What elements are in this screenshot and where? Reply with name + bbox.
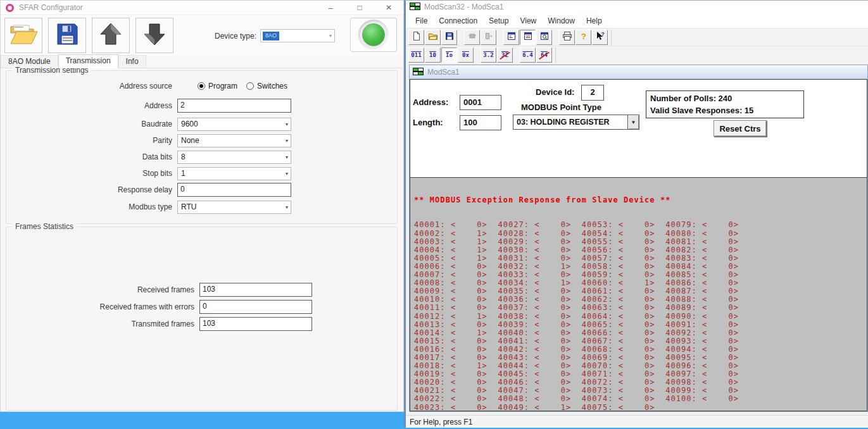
device-type-selected-value: 8AO — [263, 32, 279, 40]
tab-info[interactable]: Info — [118, 55, 146, 68]
stop-bits-label: Stop bits — [6, 169, 172, 178]
register-row: 40023: < 0> 40049: < 1> 40075: < 0> — [414, 404, 867, 411]
close-button[interactable] — [374, 1, 403, 15]
save-file-icon — [444, 31, 455, 44]
format-swapped-float-label: 3Z — [501, 52, 508, 58]
baudrate-dropdown[interactable]: 9600 — [177, 118, 291, 131]
device-type-label: Device type: — [215, 32, 256, 40]
parity-dropdown[interactable]: None — [177, 134, 291, 147]
print-icon — [562, 31, 572, 44]
device-type-dropdown[interactable]: 8AO — [260, 29, 335, 42]
sfar-tab-bar: 8AO Module Transmission Info — [1, 56, 403, 68]
maximize-button[interactable] — [345, 1, 374, 15]
menu-window[interactable]: Window — [542, 16, 581, 25]
open-config-button[interactable] — [4, 18, 42, 53]
device-id-label: Device Id: — [536, 87, 574, 97]
modscan-titlebar: ModScan32 - ModSca1 — [406, 1, 868, 13]
device-id-input[interactable]: 2 — [581, 85, 604, 101]
format-double-label: 6.4 — [522, 52, 532, 58]
reset-ctrs-button[interactable]: Reset Ctrs — [714, 120, 767, 137]
minimize-button[interactable] — [316, 1, 345, 15]
received-frames-errors-value[interactable]: 0 — [199, 300, 312, 314]
valid-slave-responses: Valid Slave Responses: 15 — [650, 104, 800, 116]
print-button[interactable] — [559, 30, 575, 45]
status-bar-text: For Help, press F1 — [410, 418, 472, 426]
format-double-button[interactable]: 6.4 — [520, 47, 536, 63]
sfar-logo-icon — [6, 4, 14, 12]
radio-program[interactable]: Program — [198, 82, 237, 90]
address-field-input[interactable]: 0001 — [460, 95, 501, 110]
menu-help[interactable]: Help — [581, 16, 608, 25]
read-from-device-button[interactable] — [92, 18, 130, 53]
modscan-format-toolbar: 011 10 Io 0x 3.2 3Z 6.4 64 — [406, 46, 868, 63]
register-row: 40011: < 0> 40037: < 0> 40063: < 0> 4008… — [414, 304, 867, 312]
context-help-icon: ? — [595, 31, 605, 44]
about-button[interactable]: ? — [576, 30, 591, 45]
transmited-frames-label: Transmited frames — [6, 320, 194, 328]
register-grid: 40001: < 0> 40027: < 0> 40053: < 0> 4007… — [414, 221, 867, 411]
menu-setup[interactable]: Setup — [483, 16, 514, 25]
disconnect-button[interactable] — [481, 30, 496, 45]
exception-response-header: ** MODBUS Exception Response from Slave … — [414, 196, 867, 204]
status-bar: For Help, press F1 — [406, 415, 868, 428]
write-to-device-button[interactable] — [135, 18, 173, 53]
register-row: 40016: < 0> 40042: < 0> 40068: < 0> 4009… — [414, 345, 867, 354]
stop-bits-dropdown[interactable]: 1 — [177, 167, 291, 180]
new-file-button[interactable] — [408, 30, 424, 45]
save-config-button[interactable] — [48, 18, 86, 53]
address-label: Address — [6, 101, 172, 110]
tab-transmission[interactable]: Transmission — [58, 54, 118, 68]
transmited-frames-value[interactable]: 103 — [199, 317, 312, 331]
menu-view[interactable]: View — [514, 16, 542, 25]
modbus-type-dropdown[interactable]: RTU — [177, 201, 291, 214]
chevron-down-icon — [286, 121, 288, 127]
show-traffic-button[interactable] — [536, 30, 552, 45]
save-icon — [54, 22, 80, 49]
chevron-down-icon[interactable] — [627, 115, 639, 129]
radio-switches[interactable]: Switches — [246, 82, 287, 90]
radio-switches-circle[interactable] — [246, 82, 254, 90]
connection-status-button[interactable] — [350, 18, 397, 52]
open-file-button[interactable] — [425, 30, 441, 45]
arrow-down-icon — [142, 22, 167, 49]
sfar-configurator-window: SFAR Configurator — [0, 0, 404, 412]
format-decimal-label: 10 — [429, 52, 436, 58]
received-frames-value[interactable]: 103 — [199, 283, 312, 297]
svg-text:?: ? — [601, 31, 605, 37]
save-file-button[interactable] — [441, 30, 457, 45]
register-row: 40001: < 0> 40027: < 0> 40053: < 0> 4007… — [414, 221, 867, 229]
menu-connection[interactable]: Connection — [433, 16, 483, 25]
format-swapped-float-button[interactable]: 3Z — [497, 47, 513, 63]
menu-file[interactable]: File — [410, 16, 433, 25]
format-hex-button[interactable]: 0x — [458, 47, 474, 63]
format-swapped-double-button[interactable]: 64 — [536, 47, 552, 63]
connect-button[interactable] — [464, 30, 480, 45]
register-row: 40004: < 1> 40030: < 0> 40056: < 0> 4008… — [414, 246, 867, 254]
show-definition-button[interactable] — [503, 30, 519, 45]
format-binary-button[interactable]: 011 — [408, 47, 424, 63]
folder-open-icon — [9, 22, 38, 49]
received-frames-errors-label: Received frames with errors — [6, 302, 194, 311]
format-decimal-button[interactable]: 10 — [425, 47, 441, 63]
response-delay-input[interactable]: 0 — [177, 183, 291, 197]
frames-statistics-group: Frames Statistics Received frames 103 Re… — [6, 227, 398, 411]
data-bits-dropdown[interactable]: 8 — [177, 151, 291, 164]
about-icon: ? — [579, 31, 589, 44]
data-bits-value: 8 — [178, 152, 186, 161]
format-integer-button[interactable]: Io — [441, 47, 457, 63]
register-row: 40012: < 1> 40038: < 0> 40064: < 0> 4009… — [414, 313, 867, 321]
show-data-button[interactable] — [520, 30, 536, 45]
address-input[interactable]: 2 — [177, 99, 291, 113]
show-definition-icon — [506, 31, 517, 44]
radio-program-circle[interactable] — [198, 82, 205, 90]
chevron-down-icon — [286, 171, 288, 177]
poll-stats-box: Number of Polls: 240 Valid Slave Respons… — [646, 90, 804, 118]
length-field-input[interactable]: 100 — [460, 115, 501, 130]
point-type-dropdown[interactable]: 03: HOLDING REGISTER — [513, 115, 639, 130]
context-help-button[interactable]: ? — [592, 30, 608, 45]
connect-icon — [467, 31, 477, 44]
frames-statistics-legend: Frames Statistics — [12, 222, 77, 231]
format-float-button[interactable]: 3.2 — [481, 47, 496, 63]
received-frames-label: Received frames — [6, 285, 194, 294]
radio-switches-label: Switches — [257, 82, 287, 90]
